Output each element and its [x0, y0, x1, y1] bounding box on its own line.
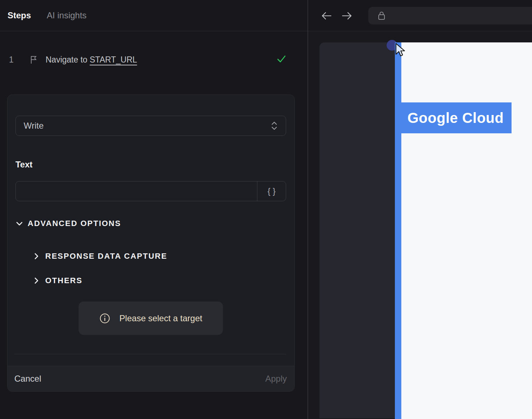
advanced-options-label: ADVANCED OPTIONS	[28, 219, 121, 228]
browser-panel: Google Cloud	[308, 0, 532, 419]
step-start-url-link[interactable]: START_URL	[90, 55, 137, 64]
braces-icon[interactable]: { }	[257, 181, 286, 201]
google-cloud-label: Google Cloud	[407, 110, 504, 126]
step-number: 1	[9, 55, 14, 65]
tab-steps[interactable]: Steps	[8, 10, 31, 20]
action-type-select[interactable]: Write	[15, 116, 286, 136]
info-icon	[99, 313, 110, 324]
others-toggle[interactable]: OTHERS	[32, 275, 83, 286]
google-cloud-banner[interactable]: Google Cloud	[401, 102, 512, 133]
browser-toolbar	[308, 0, 532, 31]
page-blue-stripe	[395, 42, 401, 419]
cursor-pointer-icon	[395, 43, 410, 59]
page-side-panel	[319, 42, 395, 418]
step-item-1[interactable]: 1 Navigate to START_URL	[0, 53, 308, 66]
select-target-toast: Please select a target	[79, 301, 223, 335]
select-target-message: Please select a target	[120, 313, 202, 323]
chevron-right-icon	[32, 277, 40, 285]
action-type-value: Write	[24, 121, 44, 131]
panel-tabbar: Steps AI insights	[0, 0, 308, 31]
chevron-updown-icon	[271, 121, 278, 131]
cancel-button[interactable]: Cancel	[14, 374, 41, 384]
chevron-right-icon	[32, 252, 40, 260]
editor-footer: Cancel Apply	[8, 366, 294, 391]
steps-panel: Steps AI insights 1 Navigate to START_UR…	[0, 0, 308, 419]
response-data-capture-label: RESPONSE DATA CAPTURE	[45, 252, 167, 261]
step-editor-card: Write Text { } ADVANCED OPTIONS	[7, 95, 295, 392]
browser-viewport: Google Cloud	[308, 32, 532, 419]
footer-divider	[14, 354, 286, 354]
apply-button[interactable]: Apply	[265, 374, 287, 384]
advanced-options-toggle[interactable]: ADVANCED OPTIONS	[15, 218, 121, 229]
tab-ai-insights[interactable]: AI insights	[47, 10, 87, 20]
response-data-capture-toggle[interactable]: RESPONSE DATA CAPTURE	[32, 251, 167, 262]
text-input-group: { }	[15, 181, 286, 201]
page-content	[401, 42, 532, 419]
arrow-left-icon[interactable]	[320, 10, 333, 21]
flag-icon	[30, 55, 38, 64]
check-icon	[276, 54, 286, 64]
text-field-label: Text	[15, 160, 33, 170]
url-bar[interactable]	[368, 7, 532, 24]
arrow-right-icon[interactable]	[340, 10, 353, 21]
chevron-down-icon	[15, 220, 23, 227]
lock-icon	[378, 10, 386, 21]
step-label: Navigate to START_URL	[46, 55, 137, 65]
step-label-prefix: Navigate to	[46, 55, 90, 64]
others-label: OTHERS	[45, 276, 83, 285]
text-input[interactable]	[16, 181, 257, 201]
